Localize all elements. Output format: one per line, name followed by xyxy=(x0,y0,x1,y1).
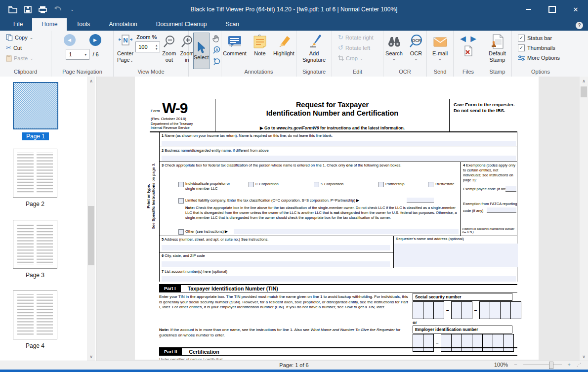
name-field[interactable] xyxy=(162,141,516,146)
document-scrollbar[interactable]: ∧ ∨ xyxy=(580,77,588,361)
thumbnail-page-2[interactable]: Page 2 xyxy=(13,149,57,207)
partnership-checkbox[interactable] xyxy=(378,182,384,187)
previous-page-button[interactable]: ◀ xyxy=(64,34,76,46)
ssn-digit-box[interactable] xyxy=(479,301,490,319)
crop-icon xyxy=(338,55,344,61)
print-icon[interactable] xyxy=(38,5,47,14)
thumbnail-image[interactable] xyxy=(13,220,57,269)
tab-annotation[interactable]: Annotation xyxy=(99,18,146,31)
search-button[interactable]: Search ⌄ xyxy=(383,32,405,68)
llc-classification-field[interactable] xyxy=(407,198,434,203)
individual-checkbox[interactable] xyxy=(178,182,184,187)
scrollbar-thumb[interactable] xyxy=(581,86,587,97)
undo-icon[interactable] xyxy=(52,5,62,14)
paste-button[interactable]: Paste⌄ xyxy=(4,53,49,63)
ssn-digit-box[interactable] xyxy=(434,301,444,319)
maximize-button[interactable] xyxy=(546,4,557,15)
rotate-right-button[interactable]: ↻ Rotate right xyxy=(336,32,381,42)
page-number-combobox[interactable]: 1 ▾ xyxy=(66,49,89,60)
ssn-digit-box[interactable] xyxy=(413,301,423,319)
thumbnail-scrollbar[interactable]: ∧ ∨ xyxy=(87,77,95,361)
scrollbar-thumb[interactable] xyxy=(88,206,94,265)
llc-checkbox[interactable] xyxy=(178,198,184,204)
zoom-percent-spinner[interactable]: 100 ▴▾ xyxy=(135,41,160,52)
comment-button[interactable]: Comment xyxy=(221,32,249,68)
more-options-button[interactable]: More Options xyxy=(516,53,568,63)
help-icon[interactable]: ? xyxy=(576,22,583,29)
crop-button[interactable]: Crop⌄ xyxy=(336,53,381,63)
tab-scan[interactable]: Scan xyxy=(216,18,249,31)
scroll-up-icon[interactable]: ∧ xyxy=(580,77,588,85)
add-signature-button[interactable]: AddSignature xyxy=(300,32,328,68)
thumbnail-image[interactable] xyxy=(13,290,57,339)
minimize-button[interactable] xyxy=(523,4,534,15)
scroll-up-icon[interactable]: ∧ xyxy=(87,77,95,85)
select-tool-button[interactable]: Select xyxy=(193,33,210,69)
scroll-down-icon[interactable]: ∨ xyxy=(87,352,95,361)
line1-label: 1 Name (as shown on your income tax retu… xyxy=(162,133,333,138)
document-page[interactable]: Form W-9 (Rev. October 2018) Department … xyxy=(135,77,539,360)
city-state-zip-field[interactable] xyxy=(162,261,390,267)
tab-file[interactable]: File xyxy=(4,18,32,31)
tab-home[interactable]: Home xyxy=(32,18,67,31)
ssn-digit-box[interactable] xyxy=(423,301,434,319)
zoom-slider-minus-icon[interactable]: − xyxy=(514,362,517,368)
requester-field[interactable] xyxy=(394,244,518,267)
ssn-digit-box[interactable] xyxy=(490,301,501,319)
business-name-field[interactable] xyxy=(162,156,516,161)
open-file-icon[interactable] xyxy=(8,5,18,14)
spinner-down-icon[interactable]: ▾ xyxy=(156,47,158,50)
dynamic-zoom-icon[interactable] xyxy=(211,56,221,66)
zoom-slider-thumb[interactable] xyxy=(549,362,553,369)
account-numbers-field[interactable] xyxy=(162,276,516,282)
address-field[interactable] xyxy=(162,245,390,250)
customize-quick-access-icon[interactable]: ⌄ xyxy=(67,5,77,14)
rotate-left-button[interactable]: ↺ Rotate left xyxy=(336,42,381,53)
save-icon[interactable] xyxy=(23,5,33,14)
thumbnail-page-1[interactable]: Page 1 xyxy=(13,82,58,140)
cut-button[interactable]: ✂ Cut xyxy=(4,42,49,53)
trust-estate-checkbox[interactable] xyxy=(428,182,433,187)
ssn-digit-box[interactable] xyxy=(451,301,462,319)
fatca-field[interactable] xyxy=(487,207,516,213)
thumbnail-page-4[interactable]: Page 4 xyxy=(13,290,57,349)
default-stamp-button[interactable]: DefaultStamp xyxy=(487,32,508,68)
ssn-digit-box[interactable] xyxy=(501,301,511,319)
other-field[interactable] xyxy=(234,229,459,234)
s-corporation-checkbox[interactable] xyxy=(314,182,319,187)
highlight-button[interactable]: Highlight xyxy=(271,32,296,68)
thumbnails-checkbox[interactable]: ✓ Thumbnails xyxy=(516,43,568,53)
zoom-to-area-icon[interactable]: A xyxy=(211,45,221,55)
next-file-button[interactable]: ▶ xyxy=(471,35,476,42)
zoom-slider[interactable] xyxy=(523,365,562,365)
part1-badge: Part I xyxy=(159,285,181,292)
spinner-up-icon[interactable]: ▴ xyxy=(156,43,158,47)
thumbnail-page-3[interactable]: Page 3 xyxy=(13,220,57,279)
status-bar-checkbox[interactable]: ✓ Status bar xyxy=(516,33,568,43)
email-button[interactable]: E-mail ⌄ xyxy=(430,32,450,68)
tab-document-cleanup[interactable]: Document Cleanup xyxy=(147,18,216,31)
pan-hand-icon[interactable] xyxy=(211,34,221,43)
tab-tools[interactable]: Tools xyxy=(67,18,99,31)
scroll-down-icon[interactable]: ∨ xyxy=(580,352,588,361)
zoom-slider-plus-icon[interactable]: + xyxy=(568,362,571,368)
ssn-digit-box[interactable] xyxy=(511,301,521,319)
previous-file-button[interactable]: ◀ xyxy=(461,35,466,42)
note-button[interactable]: Note xyxy=(251,32,269,68)
ocr-button[interactable]: OCR OCR ⌄ xyxy=(406,32,426,68)
delete-file-button[interactable] xyxy=(464,45,473,56)
exempt-payee-field[interactable] xyxy=(505,186,516,192)
ssn-digit-box[interactable] xyxy=(462,301,472,319)
document-area[interactable]: Form W-9 (Rev. October 2018) Department … xyxy=(96,77,580,361)
other-label: Other (see instructions) ▶ xyxy=(185,229,228,234)
next-page-button[interactable]: ▶ xyxy=(89,34,101,46)
thumbnail-image-selected[interactable] xyxy=(13,82,58,129)
close-button[interactable]: ✕ xyxy=(570,4,581,15)
other-checkbox[interactable] xyxy=(178,229,184,235)
c-corporation-checkbox[interactable] xyxy=(249,182,254,187)
copy-button[interactable]: Copy⌄ xyxy=(4,32,49,42)
zoom-out-button[interactable]: Zoomout xyxy=(160,32,178,68)
group-label-view-mode: View Mode xyxy=(114,68,188,77)
thumbnail-image[interactable] xyxy=(13,149,57,198)
center-page-button[interactable]: N Center Page⌄ xyxy=(115,32,135,68)
